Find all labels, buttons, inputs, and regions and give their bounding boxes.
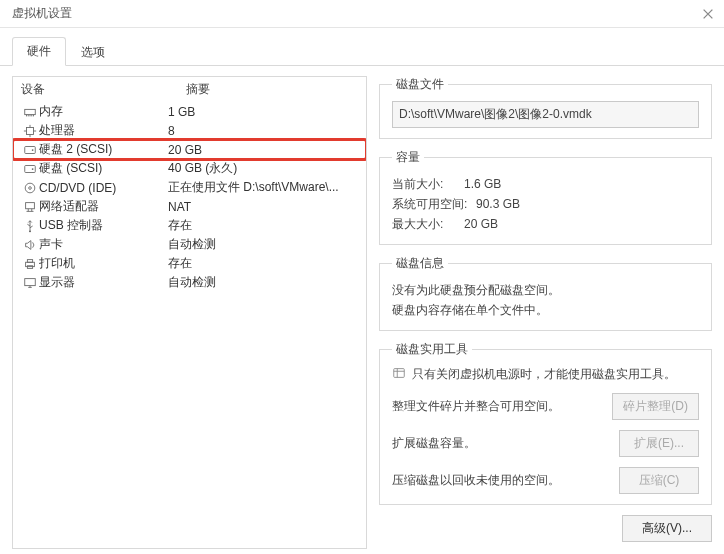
svg-point-6 bbox=[25, 183, 35, 193]
device-summary: 正在使用文件 D:\soft\VMware\... bbox=[168, 179, 358, 196]
usb-icon bbox=[21, 219, 39, 233]
device-summary: NAT bbox=[168, 200, 358, 214]
capacity-free-value: 90.3 GB bbox=[476, 194, 520, 214]
advanced-button[interactable]: 高级(V)... bbox=[622, 515, 712, 542]
list-item[interactable]: CD/DVD (IDE)正在使用文件 D:\soft\VMware\... bbox=[13, 178, 366, 197]
svg-rect-4 bbox=[25, 165, 36, 172]
window-title: 虚拟机设置 bbox=[12, 5, 72, 22]
device-summary: 1 GB bbox=[168, 105, 358, 119]
device-name: 网络适配器 bbox=[39, 198, 99, 215]
tools-note-text: 只有关闭虚拟机电源时，才能使用磁盘实用工具。 bbox=[412, 366, 676, 383]
list-item[interactable]: 显示器自动检测 bbox=[13, 273, 366, 292]
device-name: 声卡 bbox=[39, 236, 63, 253]
svg-point-3 bbox=[32, 149, 34, 151]
device-name: USB 控制器 bbox=[39, 217, 103, 234]
svg-point-9 bbox=[29, 230, 31, 232]
capacity-group: 容量 当前大小: 1.6 GB 系统可用空间: 90.3 GB 最大大小: 20… bbox=[379, 149, 712, 245]
device-name: 内存 bbox=[39, 103, 63, 120]
capacity-free-label: 系统可用空间: bbox=[392, 194, 476, 214]
list-item[interactable]: 网络适配器NAT bbox=[13, 197, 366, 216]
list-item[interactable]: USB 控制器存在 bbox=[13, 216, 366, 235]
list-item[interactable]: 内存1 GB bbox=[13, 102, 366, 121]
memory-icon bbox=[21, 105, 39, 119]
disk-info-legend: 磁盘信息 bbox=[392, 255, 448, 272]
display-icon bbox=[21, 276, 39, 290]
tools-legend: 磁盘实用工具 bbox=[392, 341, 472, 358]
capacity-current: 当前大小: 1.6 GB bbox=[392, 174, 699, 194]
svg-rect-0 bbox=[25, 109, 36, 114]
printer-icon bbox=[21, 257, 39, 271]
tabs: 硬件 选项 bbox=[0, 28, 724, 66]
tool-expand-row: 扩展磁盘容量。 扩展(E)... bbox=[392, 430, 699, 457]
capacity-max-label: 最大大小: bbox=[392, 214, 464, 234]
titlebar: 虚拟机设置 bbox=[0, 0, 724, 28]
tool-defrag-row: 整理文件碎片并整合可用空间。 碎片整理(D) bbox=[392, 393, 699, 420]
tool-defrag-desc: 整理文件碎片并整合可用空间。 bbox=[392, 398, 560, 415]
tools-note: 只有关闭虚拟机电源时，才能使用磁盘实用工具。 bbox=[392, 366, 699, 383]
device-summary: 8 bbox=[168, 124, 358, 138]
capacity-legend: 容量 bbox=[392, 149, 424, 166]
defrag-button[interactable]: 碎片整理(D) bbox=[612, 393, 699, 420]
device-name: 打印机 bbox=[39, 255, 75, 272]
header-summary: 摘要 bbox=[186, 81, 358, 98]
svg-rect-1 bbox=[27, 127, 34, 134]
cpu-icon bbox=[21, 124, 39, 138]
capacity-max: 最大大小: 20 GB bbox=[392, 214, 699, 234]
tools-group: 磁盘实用工具 只有关闭虚拟机电源时，才能使用磁盘实用工具。 整理文件碎片并整合可… bbox=[379, 341, 712, 505]
disk-icon bbox=[21, 143, 39, 157]
disk-icon bbox=[21, 162, 39, 176]
device-list[interactable]: 内存1 GB处理器8硬盘 2 (SCSI)20 GB硬盘 (SCSI)40 GB… bbox=[13, 102, 366, 548]
device-summary: 20 GB bbox=[168, 143, 358, 157]
svg-rect-13 bbox=[25, 278, 36, 285]
device-summary: 40 GB (永久) bbox=[168, 160, 358, 177]
network-icon bbox=[21, 200, 39, 214]
header-device: 设备 bbox=[21, 81, 186, 98]
detail-panel: 磁盘文件 D:\soft\VMware\图像2\图像2-0.vmdk 容量 当前… bbox=[379, 76, 712, 549]
list-item[interactable]: 硬盘 2 (SCSI)20 GB bbox=[13, 140, 366, 159]
capacity-free: 系统可用空间: 90.3 GB bbox=[392, 194, 699, 214]
disk-info-line1: 没有为此硬盘预分配磁盘空间。 bbox=[392, 280, 699, 300]
expand-button[interactable]: 扩展(E)... bbox=[619, 430, 699, 457]
device-list-panel: 设备 摘要 内存1 GB处理器8硬盘 2 (SCSI)20 GB硬盘 (SCSI… bbox=[12, 76, 367, 549]
device-summary: 存在 bbox=[168, 255, 358, 272]
dialog-body: 设备 摘要 内存1 GB处理器8硬盘 2 (SCSI)20 GB硬盘 (SCSI… bbox=[0, 66, 724, 554]
advanced-row: 高级(V)... bbox=[379, 515, 712, 542]
capacity-max-value: 20 GB bbox=[464, 214, 498, 234]
tool-expand-desc: 扩展磁盘容量。 bbox=[392, 435, 476, 452]
device-summary: 自动检测 bbox=[168, 274, 358, 291]
svg-rect-8 bbox=[26, 202, 35, 208]
svg-rect-11 bbox=[27, 259, 32, 262]
tool-compact-desc: 压缩磁盘以回收未使用的空间。 bbox=[392, 472, 560, 489]
map-icon bbox=[392, 366, 406, 383]
disk-file-group: 磁盘文件 D:\soft\VMware\图像2\图像2-0.vmdk bbox=[379, 76, 712, 139]
list-header: 设备 摘要 bbox=[13, 77, 366, 102]
list-item[interactable]: 处理器8 bbox=[13, 121, 366, 140]
list-item[interactable]: 打印机存在 bbox=[13, 254, 366, 273]
device-name: 硬盘 (SCSI) bbox=[39, 160, 102, 177]
disk-info-group: 磁盘信息 没有为此硬盘预分配磁盘空间。 硬盘内容存储在单个文件中。 bbox=[379, 255, 712, 331]
device-summary: 自动检测 bbox=[168, 236, 358, 253]
list-item[interactable]: 硬盘 (SCSI)40 GB (永久) bbox=[13, 159, 366, 178]
list-item[interactable]: 声卡自动检测 bbox=[13, 235, 366, 254]
disk-file-legend: 磁盘文件 bbox=[392, 76, 448, 93]
sound-icon bbox=[21, 238, 39, 252]
tab-hardware[interactable]: 硬件 bbox=[12, 37, 66, 66]
svg-point-5 bbox=[32, 168, 34, 170]
device-name: CD/DVD (IDE) bbox=[39, 181, 116, 195]
disk-file-path: D:\soft\VMware\图像2\图像2-0.vmdk bbox=[392, 101, 699, 128]
tool-compact-row: 压缩磁盘以回收未使用的空间。 压缩(C) bbox=[392, 467, 699, 494]
compact-button[interactable]: 压缩(C) bbox=[619, 467, 699, 494]
disk-info-line2: 硬盘内容存储在单个文件中。 bbox=[392, 300, 699, 320]
svg-point-7 bbox=[29, 186, 32, 189]
device-summary: 存在 bbox=[168, 217, 358, 234]
device-name: 硬盘 2 (SCSI) bbox=[39, 141, 112, 158]
capacity-current-value: 1.6 GB bbox=[464, 174, 501, 194]
cd-icon bbox=[21, 181, 39, 195]
device-name: 处理器 bbox=[39, 122, 75, 139]
svg-rect-14 bbox=[394, 369, 405, 378]
capacity-current-label: 当前大小: bbox=[392, 174, 464, 194]
device-name: 显示器 bbox=[39, 274, 75, 291]
tab-options[interactable]: 选项 bbox=[66, 38, 120, 66]
close-icon[interactable] bbox=[698, 4, 718, 24]
svg-rect-2 bbox=[25, 146, 36, 153]
